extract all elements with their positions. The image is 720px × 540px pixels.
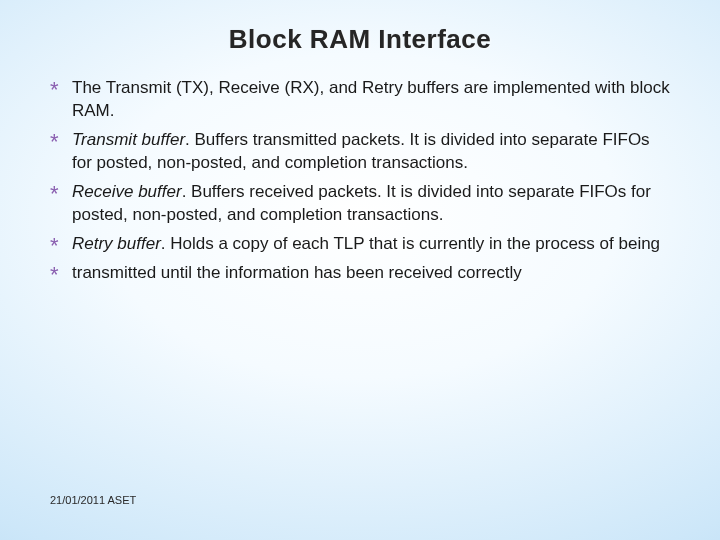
footer-org: ASET xyxy=(108,494,137,506)
footer-date: 21/01/2011 xyxy=(50,494,105,506)
slide-title: Block RAM Interface xyxy=(50,24,670,55)
list-item: * Transmit buffer. Buffers transmitted p… xyxy=(50,129,670,175)
list-item: * The Transmit (TX), Receive (RX), and R… xyxy=(50,77,670,123)
bullet-list: * The Transmit (TX), Receive (RX), and R… xyxy=(50,77,670,285)
asterisk-icon: * xyxy=(50,179,59,209)
bullet-text: transmitted until the information has be… xyxy=(72,263,522,282)
bullet-lead: Transmit buffer xyxy=(72,130,185,149)
bullet-lead: Retry buffer xyxy=(72,234,161,253)
asterisk-icon: * xyxy=(50,231,59,261)
asterisk-icon: * xyxy=(50,127,59,157)
list-item: * Retry buffer. Holds a copy of each TLP… xyxy=(50,233,670,256)
bullet-text: . Holds a copy of each TLP that is curre… xyxy=(161,234,660,253)
bullet-text: The Transmit (TX), Receive (RX), and Ret… xyxy=(72,78,670,120)
list-item: * transmitted until the information has … xyxy=(50,262,670,285)
asterisk-icon: * xyxy=(50,75,59,105)
asterisk-icon: * xyxy=(50,260,59,290)
bullet-lead: Receive buffer xyxy=(72,182,182,201)
list-item: * Receive buffer. Buffers received packe… xyxy=(50,181,670,227)
slide: Block RAM Interface * The Transmit (TX),… xyxy=(0,0,720,540)
slide-footer: 21/01/2011 ASET xyxy=(50,494,136,506)
